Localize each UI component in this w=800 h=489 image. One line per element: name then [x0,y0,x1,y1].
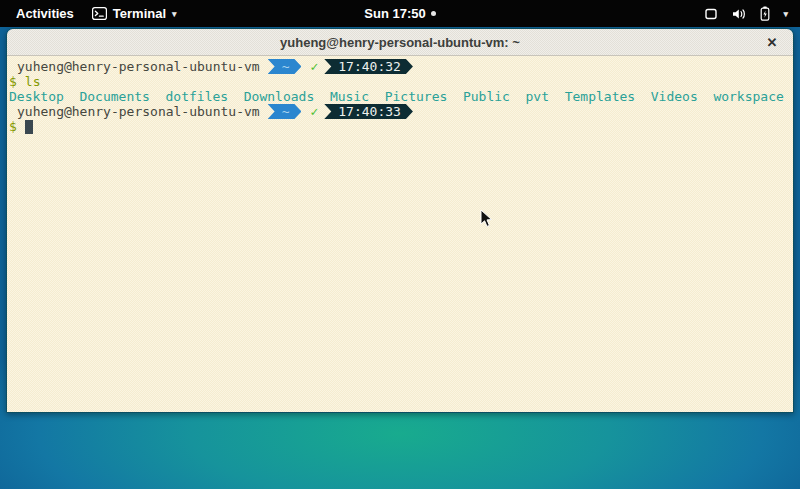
terminal-content[interactable]: yuheng@henry-personal-ubuntu-vm ~ ✓ 17:4… [7,56,793,412]
prompt-dollar: $ [9,119,17,134]
input-line: $ [9,119,791,134]
powerline-time-segment: 17:40:32 [324,59,413,74]
file-entry: Public [463,89,510,104]
file-listing: DesktopDocumentsdotfilesDownloadsMusicPi… [9,89,791,104]
file-entry: dotfiles [166,89,229,104]
powerline-time-segment: 17:40:33 [324,104,413,119]
chevron-down-icon: ▾ [783,9,788,19]
file-entry: Pictures [385,89,448,104]
activities-button[interactable]: Activities [12,4,78,23]
chevron-down-icon: ▾ [172,9,177,19]
window-titlebar[interactable]: yuheng@henry-personal-ubuntu-vm: ~ ✕ [7,29,793,56]
prompt-dollar: $ [9,74,17,89]
desktop-background: yuheng@henry-personal-ubuntu-vm: ~ ✕ yuh… [0,27,800,489]
top-bar: Activities Terminal ▾ Sun 17:50 [0,0,800,27]
prompt-user: yuheng@henry-personal-ubuntu-vm [17,104,260,119]
file-entry: Music [330,89,369,104]
file-entry: Videos [651,89,698,104]
powerline-path-segment: ~ [268,59,302,74]
command-line: $ ls [9,74,791,89]
close-button[interactable]: ✕ [762,29,782,56]
battery-charging-icon [760,6,770,21]
system-status-menu[interactable]: ▾ [704,0,800,27]
text-cursor [25,120,33,134]
status-check-icon: ✓ [310,59,318,74]
terminal-icon [92,7,107,20]
window-title: yuheng@henry-personal-ubuntu-vm: ~ [280,35,520,50]
powerline-path-segment: ~ [268,104,302,119]
app-menu-terminal[interactable]: Terminal ▾ [92,6,177,21]
file-entry: workspace [713,89,783,104]
prompt-line: yuheng@henry-personal-ubuntu-vm ~ ✓ 17:4… [9,104,791,119]
prompt-line: yuheng@henry-personal-ubuntu-vm ~ ✓ 17:4… [9,59,791,74]
file-entry: Templates [565,89,635,104]
prompt-user: yuheng@henry-personal-ubuntu-vm [17,59,260,74]
notification-dot-icon [431,11,436,16]
typed-command: ls [25,74,41,89]
file-entry: Desktop [9,89,64,104]
clock-label: Sun 17:50 [364,6,425,21]
status-check-icon: ✓ [310,104,318,119]
file-entry: Documents [79,89,149,104]
terminal-window: yuheng@henry-personal-ubuntu-vm: ~ ✕ yuh… [6,28,794,413]
network-icon [704,7,718,21]
app-menu-label: Terminal [113,6,166,21]
file-entry: Downloads [244,89,314,104]
volume-icon [731,7,747,21]
clock-button[interactable]: Sun 17:50 [364,0,435,27]
file-entry: pvt [526,89,549,104]
